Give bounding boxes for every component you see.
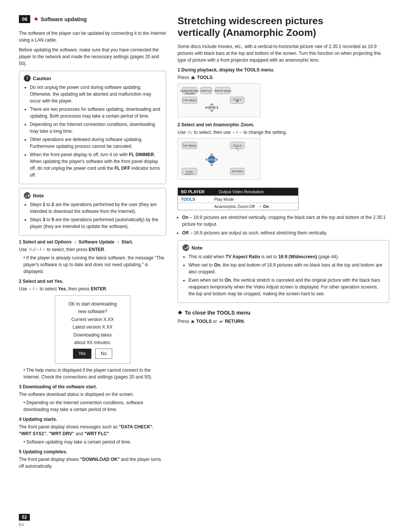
caution-box: ! Caution Do not unplug the power cord d… <box>19 71 166 184</box>
step5-heading: 5 Updating completes. <box>19 449 166 454</box>
right-note-item: Even when set to On, the vertical stretc… <box>189 277 384 297</box>
left-intro: The software of the player can be update… <box>19 30 166 43</box>
page-container: 06 ❖ Software updating The software of t… <box>0 0 408 532</box>
svg-text:RETURN: RETURN <box>232 171 243 173</box>
right-note-item: When set to On, the top and bottom of 16… <box>189 262 384 275</box>
right-step2-sub: Use ↑/↓ to select, then use ←/→ to chang… <box>178 129 389 136</box>
step4-heading: 4 Updating starts. <box>19 417 166 422</box>
page-lang: En <box>19 522 24 527</box>
caution-item: When the front panel display is off, tur… <box>30 151 161 178</box>
caution-item: There are two processes for software upd… <box>30 106 161 119</box>
note-box-left: 𝒩 Note Steps 1 to 2 are the operations p… <box>19 188 166 236</box>
step5-text: The front panel display shows "DOWNLOAD … <box>19 456 166 470</box>
note-item: Steps 3 to 5 are the operations performe… <box>30 216 161 230</box>
step3-heading: 3 Downloading of the software start. <box>19 384 166 389</box>
right-column: Stretching widescreen pictures verticall… <box>178 15 389 517</box>
step1-bullet: • If the player is already running the l… <box>19 254 166 275</box>
step1-sub: Use ↑/↓/←/→ to select, then press ENTER. <box>19 246 166 253</box>
left-before-update: Before updating the software, make sure … <box>19 47 166 67</box>
right-note-list: This is valid when TV Aspect Ratio is se… <box>182 253 384 297</box>
note-box-right: 𝒩 Note This is valid when TV Aspect Rati… <box>178 240 389 303</box>
svg-text:SELECT: SELECT <box>185 173 194 175</box>
dialog-box: OK to start downloading new software? Cu… <box>55 295 130 364</box>
right-step1-sub: Press TOOLS. <box>178 74 389 81</box>
note-header-right: 𝒩 Note <box>182 244 384 251</box>
player-menu: BD PLAYER Output Video Resolution TOOLS … <box>178 188 298 210</box>
svg-marker-22 <box>210 154 213 155</box>
section-badge: 06 <box>19 15 30 23</box>
close-diamond-icon: ❖ <box>178 310 182 316</box>
page-number: 52 <box>19 514 30 521</box>
note-list: Steps 1 to 2 are the operations performe… <box>24 201 161 230</box>
svg-text:ENTER: ENTER <box>207 158 216 161</box>
remote-diagram-1: HOME/REVIEW CALLED DISPLAY POPUP MENU TO… <box>178 83 389 118</box>
page-title: Stretching widescreen pictures verticall… <box>178 15 389 39</box>
svg-marker-23 <box>210 164 213 166</box>
right-step1-heading: 1 During playback, display the TOOLS men… <box>178 67 389 73</box>
svg-text:CALLED: CALLED <box>184 93 195 95</box>
right-intro: Some discs include movies, etc., with a … <box>178 43 389 64</box>
close-section: ❖ To close the TOOLS menu Press TOOLS or… <box>178 310 389 325</box>
svg-text:ENTER: ENTER <box>207 107 216 109</box>
step3-bullet: • Depending on the Internet connection c… <box>19 399 166 413</box>
note-header: 𝒩 Note <box>24 192 161 199</box>
note-icon: 𝒩 <box>24 192 31 199</box>
step3-text: The software download status is displaye… <box>19 391 166 398</box>
svg-text:DISPLAY: DISPLAY <box>201 90 212 92</box>
step4-bullet: • Software updating may take a certain p… <box>19 439 166 445</box>
caution-icon: ! <box>24 75 31 82</box>
step4-text: The front panel display shows messages s… <box>19 423 166 437</box>
player-menu-row-2: Anamorphic Zoom:Off → On <box>178 203 298 210</box>
caution-item: Depending on the Internet connection con… <box>30 121 161 135</box>
caution-item: Other operations are defeated during sof… <box>30 136 161 150</box>
no-button[interactable]: No <box>95 349 112 358</box>
close-text: Press TOOLS or RETURN. <box>178 318 389 325</box>
right-step2-heading: 2 Select and set Anamorphic Zoom. <box>178 122 389 127</box>
tools-icon-1 <box>190 75 196 81</box>
section-title: ❖ Software updating <box>34 16 87 22</box>
close-section-title: ❖ To close the TOOLS menu <box>178 310 389 316</box>
step2-sub: Use ←/→ to select Yes, then press ENTER. <box>19 285 166 292</box>
step2-heading: 2 Select and set Yes. <box>19 279 166 284</box>
step2-note: • The help menu is displayed if the play… <box>19 367 166 380</box>
svg-text:🔧: 🔧 <box>235 147 240 152</box>
player-menu-header: BD PLAYER Output Video Resolution <box>178 188 298 195</box>
dialog-buttons: Yes No <box>61 349 124 358</box>
svg-text:TOP MENU: TOP MENU <box>182 144 196 147</box>
right-note-item: This is valid when TV Aspect Ratio is se… <box>189 253 384 260</box>
diamond-icon: ❖ <box>34 17 38 22</box>
svg-text:POPUP MENU: POPUP MENU <box>214 90 232 92</box>
caution-item: Do not unplug the power cord during soft… <box>30 84 161 104</box>
svg-marker-25 <box>216 158 218 161</box>
remote-diagram-2: TOOLS TOP MENU 🔧 ENTER HOME/ SELECT <box>178 138 389 184</box>
note-item: Steps 1 to 2 are the operations performe… <box>30 201 161 215</box>
svg-text:TOP MENU: TOP MENU <box>183 99 196 102</box>
svg-marker-14 <box>216 106 218 110</box>
tools-icon-close <box>190 320 195 324</box>
caution-list: Do not unplug the power cord during soft… <box>24 84 161 178</box>
on-bullet: On – 16:9 pictures are stretched vertica… <box>182 214 389 228</box>
left-column: 06 ❖ Software updating The software of t… <box>19 15 166 517</box>
return-icon <box>218 319 224 324</box>
step1-heading: 1 Select and set Options → Software Upda… <box>19 239 166 245</box>
yes-button[interactable]: Yes <box>73 349 92 358</box>
player-menu-row-1: TOOLS Play Mode <box>178 195 298 203</box>
note-icon-right: 𝒩 <box>182 244 189 251</box>
on-off-bullets: On – 16:9 pictures are stretched vertica… <box>178 214 389 236</box>
off-bullet: Off – 16:9 pictures are output as such, … <box>182 230 389 236</box>
caution-header: ! Caution <box>24 75 161 82</box>
